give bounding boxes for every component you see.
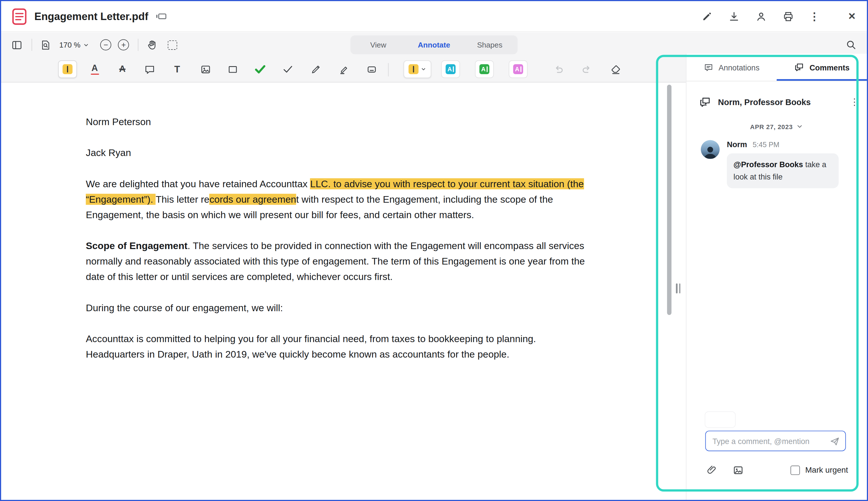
thread-menu-button[interactable]: ⋮ (850, 97, 859, 107)
pdf-preview-window: Engagement Letter.pdf ⋮ ✕ (0, 0, 868, 501)
thread-bubbles-icon (698, 96, 711, 108)
text-T-icon: T (174, 64, 180, 74)
highlight-color-green-button[interactable]: A (475, 61, 494, 78)
image-icon (200, 63, 211, 75)
attach-file-button[interactable] (706, 465, 717, 476)
redo-button[interactable] (577, 61, 595, 78)
bold: Scope of Engagement (86, 240, 187, 251)
mark-urgent-checkbox[interactable] (790, 465, 800, 475)
edit-button[interactable] (701, 11, 713, 22)
paragraph: Scope of Engagement. The services to be … (86, 238, 587, 284)
image-tool-button[interactable] (196, 61, 214, 78)
file-title: Engagement Letter.pdf (34, 10, 148, 23)
highlight-annotation[interactable]: cords our agreemen (210, 194, 296, 205)
text-run: Jack Ryan (86, 147, 131, 158)
pen-tool-button[interactable] (307, 61, 324, 78)
zoom-in-button[interactable]: + (118, 39, 129, 50)
undo-icon (553, 63, 565, 75)
highlight-color-yellow-button[interactable] (404, 61, 431, 78)
send-button[interactable] (829, 435, 840, 447)
top-bar: Engagement Letter.pdf ⋮ ✕ (1, 1, 867, 32)
avatar (701, 140, 720, 159)
print-button[interactable] (782, 10, 794, 23)
text-run: This letter re (156, 194, 210, 205)
green-check-tool-button[interactable] (251, 61, 269, 78)
highlight-color-cyan-button[interactable]: A (441, 61, 460, 78)
color-yellow-icon (408, 64, 419, 74)
tab-view[interactable]: View (351, 35, 406, 54)
attach-image-button[interactable] (732, 464, 744, 476)
paragraph: Jack Ryan (86, 145, 587, 161)
pen-icon (310, 63, 321, 75)
download-icon (728, 10, 740, 23)
view-mode-tabs: View Annotate Shapes (351, 35, 517, 54)
comment-bubble: @Professor Books take a look at this fil… (727, 153, 839, 189)
tab-comments[interactable]: Comments (777, 54, 867, 81)
search-button[interactable] (845, 39, 857, 51)
mark-urgent-toggle[interactable]: Mark urgent (790, 465, 848, 475)
tab-annotations-label: Annotations (719, 63, 760, 72)
divider (138, 39, 139, 51)
zoom-level: 170 % (59, 41, 81, 49)
strikethrough-A-icon: A (119, 65, 125, 74)
search-icon (845, 39, 857, 51)
person-icon (755, 10, 767, 23)
date-divider[interactable]: APR 27, 2023 (686, 123, 867, 130)
chevron-down-icon (83, 42, 89, 48)
underline-tool-button[interactable]: A (86, 61, 104, 78)
find-page-button[interactable] (40, 39, 52, 51)
comment-input[interactable] (712, 437, 829, 446)
download-button[interactable] (728, 10, 740, 23)
zoom-out-button[interactable]: − (100, 39, 112, 50)
divider (388, 63, 389, 76)
composer-actions: Mark urgent (706, 463, 848, 476)
contacts-button[interactable] (755, 10, 767, 23)
eraser-button[interactable] (607, 61, 624, 78)
pan-tool-button[interactable] (146, 39, 158, 51)
thin-check-icon (282, 63, 294, 75)
comment-tool-button[interactable] (141, 61, 158, 78)
file-badge-button[interactable] (155, 10, 168, 23)
comment-body: Norm 5:45 PM @Professor Books take a loo… (727, 140, 839, 188)
paragraph: We are delighted that you have retained … (86, 176, 587, 222)
thread-title: Norm, Professor Books (718, 97, 843, 107)
select-tool-button[interactable] (168, 40, 177, 50)
comments-bubbles-icon (794, 62, 804, 73)
tab-comments-label: Comments (810, 63, 850, 72)
close-button[interactable]: ✕ (848, 12, 856, 21)
eraser-icon (610, 63, 622, 75)
comment-composer (705, 430, 846, 451)
more-options-button[interactable]: ⋮ (809, 11, 820, 22)
rectangle-tool-button[interactable] (224, 61, 241, 78)
panel-icon (11, 39, 23, 51)
sidebar-toggle-button[interactable] (11, 39, 23, 51)
comment-item: Norm 5:45 PM @Professor Books take a loo… (686, 130, 867, 188)
topbar-actions: ⋮ ✕ (701, 10, 856, 23)
chevron-down-icon (796, 123, 803, 130)
toolbar-row-navigation: 170 % − + View Annotate Shapes (1, 33, 867, 57)
checkmark-tool-button[interactable] (279, 61, 297, 78)
undo-button[interactable] (550, 61, 567, 78)
highlight-yellow-icon (63, 64, 73, 74)
speech-bubble-icon (144, 63, 156, 75)
strikethrough-tool-button[interactable]: A (114, 61, 131, 78)
zoom-control[interactable]: 170 % (59, 41, 89, 49)
text-tool-button[interactable]: T (168, 61, 186, 78)
annotation-bubble-icon (704, 62, 714, 72)
thread-header: Norm, Professor Books ⋮ (686, 81, 867, 108)
blank-card (705, 412, 735, 427)
document-scrollbar-thumb[interactable] (667, 85, 671, 315)
redo-icon (580, 63, 592, 75)
highlight-tool-button[interactable] (58, 61, 77, 78)
image-icon (732, 464, 744, 476)
highlight-color-pink-button[interactable]: A (509, 61, 528, 78)
stamp-tool-button[interactable] (363, 61, 381, 78)
color-cyan-icon: A (446, 64, 456, 74)
tab-shapes[interactable]: Shapes (462, 35, 517, 54)
comments-sidebar: Annotations Comments Norm, Professor Boo… (686, 54, 867, 500)
tab-annotate[interactable]: Annotate (406, 35, 462, 54)
tab-annotations[interactable]: Annotations (686, 54, 777, 81)
marker-tool-button[interactable] (335, 61, 353, 78)
panel-resize-handle[interactable] (676, 284, 680, 294)
text-run: Norm Peterson (86, 116, 151, 127)
